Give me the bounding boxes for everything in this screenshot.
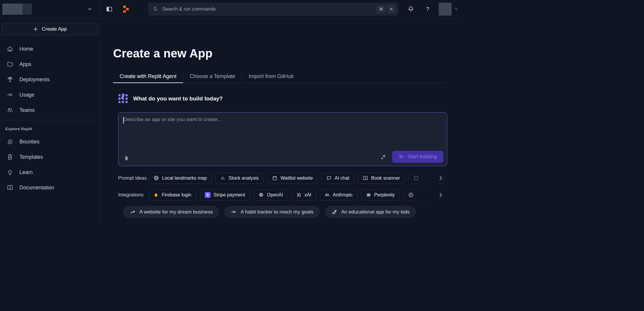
pill-label: A website for my dream business	[139, 209, 213, 215]
sidebar-nav: Home Apps Deployments	[2, 41, 98, 118]
integrations-scroll-chevron-right-icon[interactable]	[437, 191, 445, 199]
chip-ai-chat[interactable]: AI chat	[321, 173, 354, 184]
chip-book-scanner[interactable]: Book scanner	[358, 173, 405, 184]
start-building-button[interactable]: Start building	[392, 151, 443, 163]
enhance-sparkles-icon[interactable]	[379, 153, 388, 162]
tab-create-with-replit-agent[interactable]: Create with Replit Agent	[113, 70, 183, 83]
sidebar-item-label: Templates	[19, 154, 43, 160]
chip-openai[interactable]: OpenAI	[254, 189, 288, 201]
prompt-ideas-row: Prompt ideas Local landmarks map Stock a…	[118, 173, 447, 184]
prompt-textarea[interactable]	[123, 116, 442, 150]
prompt-ideas-scroll-chevron-right-icon[interactable]	[437, 174, 445, 182]
sidebar-toggle-icon[interactable]	[105, 4, 114, 14]
chip-partial[interactable]	[403, 189, 439, 201]
sidebar-item-home[interactable]: Home	[2, 41, 98, 57]
chip-firebase-login[interactable]: Firebase login	[149, 189, 196, 201]
sidebar-item-label: Deployments	[19, 77, 49, 83]
command-search[interactable]: ⌘ K	[148, 3, 398, 16]
sidebar-item-deployments[interactable]: Deployments	[2, 72, 98, 87]
sidebar-item-label: Home	[19, 46, 33, 52]
pill-habit-tracker[interactable]: A habit tracker to reach my goals	[224, 206, 320, 218]
replit-logo-icon[interactable]	[122, 4, 131, 14]
chevron-down-icon[interactable]	[86, 5, 94, 13]
sidebar-item-teams[interactable]: Teams	[2, 102, 98, 118]
chip-label: Firebase login	[162, 192, 191, 198]
gauge-icon	[231, 209, 237, 215]
pill-educational-app[interactable]: An educational app for my kids	[325, 206, 416, 218]
explore-heading: Explore Replit	[2, 120, 98, 133]
rocket-icon	[331, 209, 337, 215]
xai-logo-icon	[296, 192, 301, 198]
book-open-icon	[363, 175, 368, 181]
chip-label: Local landmarks map	[162, 176, 207, 181]
chip-stripe-payment[interactable]: S Stripe payment	[200, 189, 250, 201]
folder-icon	[7, 61, 13, 67]
workspace-name-placeholder[interactable]	[2, 4, 32, 15]
plus-icon	[33, 26, 39, 32]
user-avatar[interactable]	[439, 3, 452, 16]
cmd-key-badge: ⌘	[377, 5, 385, 13]
chip-anthropic[interactable]: Anthropic	[320, 189, 358, 201]
tab-import-from-github[interactable]: Import from GitHub	[242, 70, 300, 83]
top-bar: ⌘ K ?	[0, 0, 462, 18]
templates-file-icon	[7, 154, 13, 160]
stripe-logo-icon: S	[205, 192, 211, 198]
search-icon	[153, 6, 158, 12]
chip-local-landmarks-map[interactable]: Local landmarks map	[149, 173, 212, 184]
create-app-label: Create App	[42, 26, 67, 32]
prompt-composer: Start building	[118, 112, 447, 166]
tab-choose-a-template[interactable]: Choose a Template	[183, 70, 242, 83]
firebase-flame-icon	[153, 192, 159, 198]
globe-icon	[153, 175, 159, 181]
documentation-book-icon	[7, 184, 13, 191]
suggestion-pills-row: A website for my dream business A habit …	[123, 206, 462, 218]
teams-users-icon	[7, 107, 13, 113]
chip-label: Waitlist website	[280, 176, 313, 181]
prompt-ideas-chips: Local landmarks map Stock analysis Waitl…	[149, 173, 447, 184]
learn-lightbulb-icon	[7, 169, 13, 176]
sidebar-item-bounties[interactable]: Bounties	[2, 134, 98, 149]
openai-logo-icon	[258, 192, 264, 198]
button-4dots-icon	[408, 192, 414, 198]
agent-heading: What do you want to build today?	[133, 95, 223, 102]
sidebar-item-label: Bounties	[19, 139, 39, 145]
chip-waitlist-website[interactable]: Waitlist website	[267, 173, 318, 184]
notifications-bell-icon[interactable]	[406, 4, 415, 14]
integrations-chips: Firebase login S Stripe payment OpenA	[149, 189, 447, 201]
explore-nav: Bounties Templates Learn	[2, 134, 98, 195]
account-chevron-down-icon[interactable]	[453, 6, 460, 12]
attach-paperclip-icon[interactable]	[122, 154, 131, 163]
usage-gauge-icon	[7, 92, 13, 98]
chip-stock-analysis[interactable]: Stock analysis	[215, 173, 263, 184]
pill-dream-business[interactable]: A website for my dream business	[123, 206, 219, 218]
sidebar-item-label: Teams	[19, 107, 35, 113]
chip-label: Stripe payment	[214, 192, 245, 198]
agent-heading-row: What do you want to build today?	[113, 91, 462, 107]
replit-agent-icon	[118, 94, 128, 104]
sidebar-item-usage[interactable]: Usage	[2, 87, 98, 102]
pill-label: An educational app for my kids	[341, 209, 409, 215]
page-title: Create a new App	[113, 47, 462, 60]
chip-perplexity[interactable]: Perplexity	[361, 189, 399, 201]
sidebar-item-learn[interactable]: Learn	[2, 165, 98, 180]
chip-xai[interactable]: xAI	[291, 189, 316, 201]
sidebar-item-label: Learn	[19, 169, 33, 176]
search-shortcut: ⌘ K	[377, 5, 396, 13]
chip-label: OpenAI	[267, 192, 283, 198]
workspace-selector[interactable]	[0, 0, 100, 18]
sidebar-item-apps[interactable]: Apps	[2, 57, 98, 72]
topbar-center: ⌘ K	[100, 0, 406, 18]
sidebar-item-documentation[interactable]: Documentation	[2, 180, 98, 195]
chip-label: xAI	[304, 192, 311, 198]
search-input[interactable]	[162, 6, 377, 12]
clock-icon	[413, 175, 419, 181]
chip-label: AI chat	[335, 176, 349, 181]
k-key-badge: K	[387, 5, 396, 13]
integrations-row: Integrations Firebase login S Stripe pay…	[118, 189, 447, 201]
workspace-avatar-edge	[22, 4, 32, 15]
topbar-right: ?	[406, 3, 462, 16]
chip-label: Book scanner	[371, 176, 400, 181]
help-button[interactable]: ?	[424, 6, 431, 13]
sidebar-item-templates[interactable]: Templates	[2, 149, 98, 165]
create-app-button[interactable]: Create App	[2, 23, 98, 35]
